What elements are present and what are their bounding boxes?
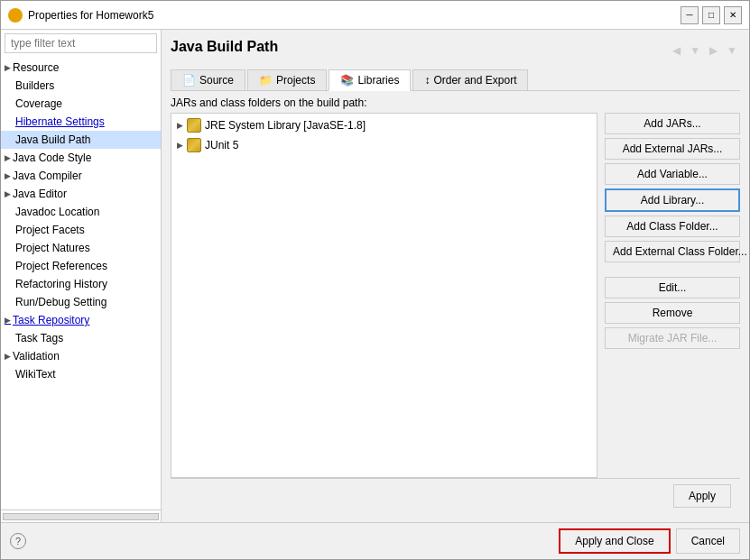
chevron-right-icon: ▶ [177,121,183,130]
minimize-button[interactable]: ─ [681,6,699,24]
sidebar-item-label: WikiText [15,368,56,381]
sidebar-hscroll[interactable] [3,513,159,520]
filter-input[interactable] [5,33,157,53]
sidebar: ▶ResourceBuildersCoverageHibernate Setti… [1,30,162,522]
sidebar-item-label: Hibernate Settings [15,115,105,128]
title-buttons: ─ □ ✕ [681,6,742,24]
migrate-jar-button[interactable]: Migrate JAR File... [605,327,740,349]
window-title: Properties for Homework5 [28,9,153,22]
title-bar-left: Properties for Homework5 [8,8,153,23]
tab-source-icon: 📄 [182,74,196,87]
sidebar-item-wikitext[interactable]: WikiText [1,365,161,383]
back-button[interactable]: ◀ [670,42,683,59]
add-jars-button[interactable]: Add JARs... [605,113,740,134]
tab-order-export-icon: ↕ [424,74,430,87]
tab-order-export-label: Order and Export [433,74,516,87]
button-spacer [605,266,740,273]
jars-label: JARs and class folders on the build path… [171,96,740,109]
add-external-jars-button[interactable]: Add External JARs... [605,138,740,160]
jar-item-junit[interactable]: ▶JUnit 5 [173,135,595,155]
add-external-class-folder-button[interactable]: Add External Class Folder... [605,241,740,262]
sidebar-item-label: Task Tags [15,332,63,344]
sidebar-item-label: Resource [13,61,59,74]
add-variable-button[interactable]: Add Variable... [605,163,740,185]
jars-panel: ▶JRE System Library [JavaSE-1.8]▶JUnit 5 [171,113,597,478]
jar-junit-label: JUnit 5 [205,139,238,151]
sidebar-item-project-references[interactable]: Project References [1,257,161,275]
maximize-button[interactable]: □ [702,6,720,24]
build-path-area: ▶JRE System Library [JavaSE-1.8]▶JUnit 5… [171,113,740,478]
tab-projects[interactable]: 📁Projects [247,69,327,90]
sidebar-item-resource[interactable]: ▶Resource [1,59,161,77]
sidebar-item-label: Run/Debug Setting [15,296,106,308]
panel-title: Java Build Path [171,39,278,55]
tab-source[interactable]: 📄Source [171,69,245,90]
chevron-right-icon: ▶ [5,189,11,198]
sidebar-item-java-compiler[interactable]: ▶Java Compiler [1,167,161,185]
sidebar-item-javadoc-location[interactable]: Javadoc Location [1,203,161,221]
chevron-right-icon: ▶ [5,171,11,180]
forward-button[interactable]: ▶ [707,42,720,59]
jar-item-jre[interactable]: ▶JRE System Library [JavaSE-1.8] [173,115,595,135]
sidebar-item-label: Validation [13,350,60,363]
chevron-right-icon: ▶ [177,141,183,150]
sidebar-item-java-code-style[interactable]: ▶Java Code Style [1,149,161,167]
forward-dropdown-button[interactable]: ▼ [724,42,740,59]
help-icon[interactable]: ? [10,533,26,549]
sidebar-item-hibernate-settings[interactable]: Hibernate Settings [1,113,161,131]
jar-jre-label: JRE System Library [JavaSE-1.8] [205,119,366,132]
jars-list[interactable]: ▶JRE System Library [JavaSE-1.8]▶JUnit 5 [171,113,597,478]
tabs: 📄Source📁Projects📚Libraries↕Order and Exp… [171,69,740,91]
window-icon [8,8,23,23]
sidebar-item-task-repository[interactable]: ▶Task Repository [1,311,161,329]
edit-button[interactable]: Edit... [605,277,740,298]
sidebar-item-task-tags[interactable]: Task Tags [1,329,161,347]
chevron-right-icon: ▶ [5,63,11,72]
sidebar-item-project-facets[interactable]: Project Facets [1,221,161,239]
tab-projects-label: Projects [276,74,315,87]
sidebar-item-java-build-path[interactable]: Java Build Path [1,131,161,149]
panel-header: Java Build Path ◀ ▼ ▶ ▼ [171,39,740,62]
sidebar-item-label: Java Code Style [13,151,91,164]
back-dropdown-button[interactable]: ▼ [687,42,703,59]
apply-bar: Apply [171,478,740,513]
add-library-button[interactable]: Add Library... [605,188,740,212]
nav-arrows: ◀ ▼ ▶ ▼ [670,42,740,59]
tab-libraries-icon: 📚 [340,74,354,87]
tab-source-label: Source [199,74,234,87]
sidebar-item-validation[interactable]: ▶Validation [1,347,161,365]
cancel-button[interactable]: Cancel [676,528,740,554]
sidebar-item-coverage[interactable]: Coverage [1,95,161,113]
sidebar-item-label: Builders [15,79,54,92]
sidebar-item-label: Refactoring History [15,278,107,290]
jar-jre-icon [187,118,201,133]
remove-button[interactable]: Remove [605,302,740,324]
content-area: ▶ResourceBuildersCoverageHibernate Setti… [1,30,749,522]
close-button[interactable]: ✕ [724,6,742,24]
sidebar-item-label: Java Editor [13,188,67,200]
sidebar-item-java-editor[interactable]: ▶Java Editor [1,185,161,203]
sidebar-item-label: Java Build Path [15,133,90,146]
sidebar-item-project-natures[interactable]: Project Natures [1,239,161,257]
chevron-right-icon: ▶ [5,316,11,325]
tab-libraries[interactable]: 📚Libraries [329,69,411,91]
sidebar-item-label: Java Compiler [13,170,82,182]
buttons-panel: Add JARs...Add External JARs...Add Varia… [605,113,740,478]
chevron-right-icon: ▶ [5,352,11,361]
sidebar-item-label: Project References [15,260,107,272]
sidebar-item-label: Project Natures [15,242,90,254]
properties-window: Properties for Homework5 ─ □ ✕ ▶Resource… [0,0,750,560]
sidebar-item-label: Project Facets [15,224,85,236]
sidebar-item-run-debug-setting[interactable]: Run/Debug Setting [1,293,161,311]
add-class-folder-button[interactable]: Add Class Folder... [605,216,740,237]
sidebar-item-refactoring-history[interactable]: Refactoring History [1,275,161,293]
apply-close-button[interactable]: Apply and Close [559,528,670,554]
footer-buttons: Apply and Close Cancel [559,528,740,554]
apply-button[interactable]: Apply [673,484,731,508]
sidebar-item-builders[interactable]: Builders [1,77,161,95]
sidebar-scrollbar-area [1,510,161,522]
sidebar-item-label: Javadoc Location [15,206,99,218]
tab-libraries-label: Libraries [357,74,399,87]
tab-order-export[interactable]: ↕Order and Export [412,69,528,90]
tab-projects-icon: 📁 [259,74,273,87]
